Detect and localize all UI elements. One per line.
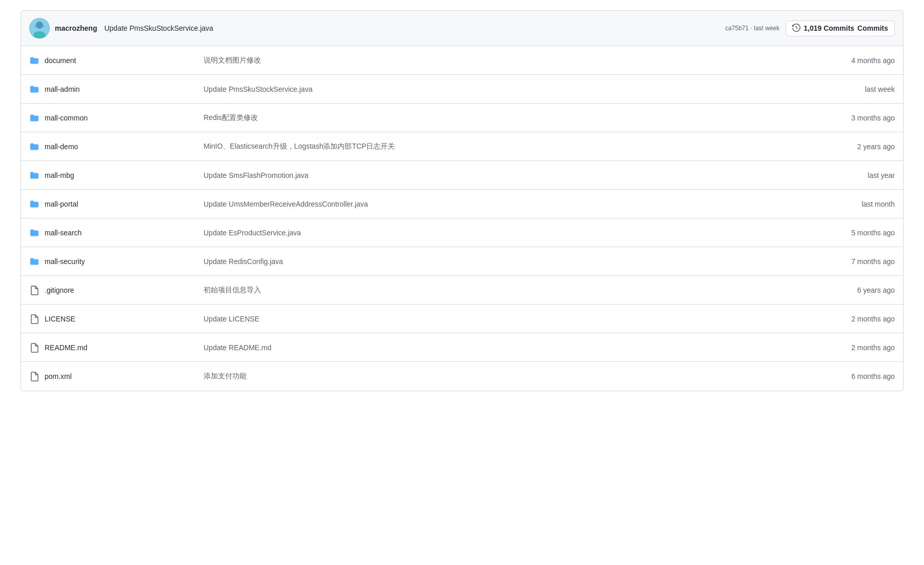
commit-description: 初始项目信息导入 xyxy=(193,286,792,295)
table-row: mall-demo MinIO、Elasticsearch升级，Logstash… xyxy=(21,132,903,161)
folder-icon xyxy=(29,142,39,152)
file-name[interactable]: .gitignore xyxy=(45,286,74,294)
file-name-col: mall-security xyxy=(29,256,193,267)
commit-hash: ca75b71 · last week xyxy=(725,25,779,32)
table-row: README.md Update README.md 2 months ago xyxy=(21,333,903,362)
commits-label: Commits xyxy=(857,24,888,32)
svg-point-3 xyxy=(35,25,38,28)
commit-time: 5 months ago xyxy=(792,229,895,237)
folder-icon xyxy=(29,256,39,267)
commit-description: Update README.md xyxy=(193,344,792,352)
commit-message: Update PmsSkuStockService.java xyxy=(104,24,213,32)
file-name-col: mall-portal xyxy=(29,199,193,209)
file-name[interactable]: mall-mbg xyxy=(45,171,74,179)
table-row: LICENSE Update LICENSE 2 months ago xyxy=(21,305,903,333)
commit-author[interactable]: macrozheng xyxy=(55,24,97,32)
table-row: mall-common Redis配置类修改 3 months ago xyxy=(21,104,903,132)
commit-description: 添加支付功能 xyxy=(193,372,792,381)
repo-header: macrozheng Update PmsSkuStockService.jav… xyxy=(21,10,903,46)
file-name-col: document xyxy=(29,55,193,66)
file-name[interactable]: LICENSE xyxy=(45,315,75,323)
table-row: mall-search Update EsProductService.java… xyxy=(21,218,903,247)
table-row: pom.xml 添加支付功能 6 months ago xyxy=(21,362,903,391)
file-name-col: README.md xyxy=(29,342,193,353)
file-icon xyxy=(29,314,39,324)
table-row: document 说明文档图片修改 4 months ago xyxy=(21,46,903,75)
file-name[interactable]: mall-search xyxy=(45,229,82,237)
file-name-col: LICENSE xyxy=(29,314,193,324)
commit-time: last week xyxy=(792,85,895,93)
file-name-col: mall-search xyxy=(29,228,193,238)
commit-time: 4 months ago xyxy=(792,56,895,65)
file-name-col: mall-demo xyxy=(29,142,193,152)
commit-time: last year xyxy=(792,171,895,179)
file-name[interactable]: document xyxy=(45,56,76,65)
commit-time: 2 months ago xyxy=(792,344,895,352)
commit-description: 说明文档图片修改 xyxy=(193,56,792,65)
commit-time: 3 months ago xyxy=(792,114,895,122)
commit-description: Update EsProductService.java xyxy=(193,229,792,237)
file-icon xyxy=(29,342,39,353)
commit-description: Update RedisConfig.java xyxy=(193,257,792,266)
file-name[interactable]: README.md xyxy=(45,344,87,352)
file-name[interactable]: pom.xml xyxy=(45,372,72,380)
folder-icon xyxy=(29,228,39,238)
commit-time: 7 months ago xyxy=(792,257,895,266)
table-row: .gitignore 初始项目信息导入 6 years ago xyxy=(21,276,903,305)
file-name-col: pom.xml xyxy=(29,371,193,381)
file-name[interactable]: mall-security xyxy=(45,257,85,266)
folder-icon xyxy=(29,170,39,180)
svg-point-4 xyxy=(41,25,44,28)
table-row: mall-admin Update PmsSkuStockService.jav… xyxy=(21,75,903,104)
file-name[interactable]: mall-admin xyxy=(45,85,79,93)
table-row: mall-mbg Update SmsFlashPromotion.java l… xyxy=(21,161,903,190)
commit-description: MinIO、Elasticsearch升级，Logstash添加内部TCP日志开… xyxy=(193,142,792,151)
file-name-col: .gitignore xyxy=(29,285,193,295)
folder-icon xyxy=(29,55,39,66)
commit-description: Update PmsSkuStockService.java xyxy=(193,85,792,93)
file-name[interactable]: mall-portal xyxy=(45,200,78,208)
file-name[interactable]: mall-common xyxy=(45,114,88,122)
commits-count: 1,019 Commits xyxy=(804,24,854,32)
commit-time: last month xyxy=(792,200,895,208)
commit-description: Update LICENSE xyxy=(193,315,792,323)
header-left: macrozheng Update PmsSkuStockService.jav… xyxy=(29,18,213,38)
folder-icon xyxy=(29,84,39,94)
file-icon xyxy=(29,285,39,295)
file-icon xyxy=(29,371,39,381)
table-row: mall-portal Update UmsMemberReceiveAddre… xyxy=(21,190,903,218)
table-row: mall-security Update RedisConfig.java 7 … xyxy=(21,247,903,276)
file-name-col: mall-common xyxy=(29,113,193,123)
header-right: ca75b71 · last week 1,019 Commits Commit… xyxy=(725,21,895,36)
avatar xyxy=(29,18,50,38)
commit-time: 2 years ago xyxy=(792,143,895,151)
commit-time: 6 months ago xyxy=(792,372,895,380)
commit-description: Update SmsFlashPromotion.java xyxy=(193,171,792,179)
commit-description: Update UmsMemberReceiveAddressController… xyxy=(193,200,792,208)
file-name[interactable]: mall-demo xyxy=(45,143,78,151)
folder-icon xyxy=(29,199,39,209)
commits-button[interactable]: 1,019 Commits Commits xyxy=(786,21,895,36)
commit-time: 2 months ago xyxy=(792,315,895,323)
file-name-col: mall-admin xyxy=(29,84,193,94)
commit-description: Redis配置类修改 xyxy=(193,113,792,123)
file-name-col: mall-mbg xyxy=(29,170,193,180)
history-icon xyxy=(792,24,800,33)
file-table: document 说明文档图片修改 4 months ago mall-admi… xyxy=(21,46,903,391)
folder-icon xyxy=(29,113,39,123)
commit-time: 6 years ago xyxy=(792,286,895,294)
